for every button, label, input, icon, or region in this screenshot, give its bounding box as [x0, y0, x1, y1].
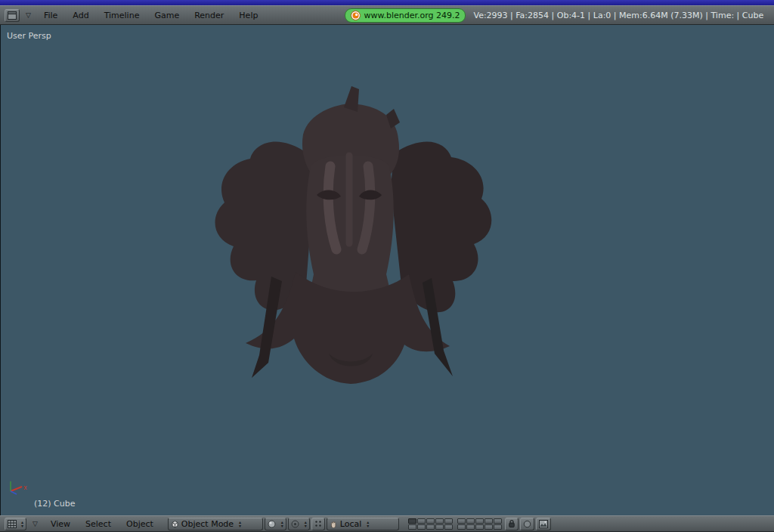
menu-select[interactable]: Select [79, 518, 118, 530]
layer-toggle[interactable] [466, 524, 475, 530]
menu-help[interactable]: Help [232, 10, 265, 21]
lock-layers-button[interactable] [505, 518, 519, 530]
layer-toggle[interactable] [485, 524, 493, 530]
manipulator-dots-icon [314, 520, 322, 527]
layer-toggle[interactable] [408, 518, 416, 524]
layer-toggle[interactable] [494, 518, 502, 524]
layer-toggle[interactable] [485, 518, 493, 524]
layer-toggle[interactable] [408, 524, 416, 530]
proportional-circle-icon [523, 520, 531, 528]
info-editor-icon [8, 11, 17, 20]
layer-toggle[interactable] [435, 524, 444, 530]
viewport-3d[interactable]: User Persp [0, 25, 774, 515]
layer-toggle[interactable] [475, 518, 484, 524]
mode-select-stepper[interactable]: ▴▾ [239, 520, 241, 527]
viewport-editor-type-button[interactable]: ▴▾ [5, 518, 26, 530]
render-image-icon [539, 520, 548, 528]
layer-toggle[interactable] [435, 518, 444, 524]
layer-toggle[interactable] [475, 524, 484, 530]
orientation-stepper[interactable]: ▴▾ [367, 520, 369, 527]
orientation-select[interactable]: Local ▴▾ [327, 518, 399, 530]
menu-add[interactable]: Add [66, 10, 95, 21]
proportional-edit-button[interactable] [520, 518, 534, 530]
object-mode-icon [171, 520, 179, 528]
mode-select[interactable]: Object Mode ▴▾ [168, 518, 263, 530]
draw-type-select[interactable]: ▴▾ [265, 518, 286, 530]
layer-toggle[interactable] [444, 518, 453, 524]
hand-manipulator-icon [330, 519, 338, 528]
svg-text:x: x [23, 484, 27, 491]
pivot-stepper[interactable]: ▴▾ [305, 520, 307, 527]
menu-game[interactable]: Game [147, 10, 186, 21]
active-object-label: (12) Cube [34, 499, 75, 509]
shading-sphere-icon [268, 520, 276, 528]
layer-toggle[interactable] [417, 518, 426, 524]
draw-type-stepper[interactable]: ▴▾ [281, 520, 283, 527]
layer-toggle[interactable] [444, 524, 453, 530]
editor-type-stepper[interactable]: ▴▾ [21, 520, 23, 527]
manipulator-toggle-button[interactable] [311, 518, 325, 530]
footer-collapse-icon[interactable]: ▽ [28, 520, 42, 527]
layer-toggle[interactable] [417, 524, 426, 530]
menu-file[interactable]: File [37, 10, 64, 21]
orientation-select-label: Local [340, 519, 362, 529]
axis-gizmo-icon: x [7, 476, 33, 496]
version-badge-text: www.blender.org 249.2 [364, 11, 460, 20]
mode-select-label: Object Mode [181, 519, 234, 529]
layer-toggle[interactable] [457, 524, 466, 530]
menu-view[interactable]: View [44, 518, 77, 530]
blender-window: ▽ File Add Timeline Game Render Help www… [0, 0, 774, 532]
window-titlebar-strip [0, 0, 774, 5]
layer-buttons-group-2 [457, 518, 502, 530]
menu-render[interactable]: Render [187, 10, 231, 21]
layer-toggle[interactable] [426, 524, 435, 530]
layer-toggle[interactable] [494, 524, 502, 530]
menu-timeline[interactable]: Timeline [98, 10, 147, 21]
version-badge: www.blender.org 249.2 [345, 8, 466, 23]
lock-icon [508, 519, 515, 528]
header-collapse-icon[interactable]: ▽ [21, 11, 36, 19]
layer-toggle[interactable] [466, 518, 475, 524]
blender-logo-icon [351, 11, 361, 20]
layer-buttons-group-1 [408, 518, 453, 530]
editor-type-button[interactable] [5, 9, 20, 22]
info-header: ▽ File Add Timeline Game Render Help www… [0, 5, 774, 25]
scene-stats: Ve:2993 | Fa:2854 | Ob:4-1 | La:0 | Mem:… [473, 11, 763, 20]
grid-3dview-icon [8, 520, 17, 528]
layer-toggle[interactable] [457, 518, 466, 524]
pivot-point-icon [291, 520, 299, 528]
view-perspective-label: User Persp [7, 31, 51, 41]
pivot-select[interactable]: ▴▾ [288, 518, 310, 530]
menu-object[interactable]: Object [119, 518, 160, 530]
model-ganesha-mesh[interactable] [196, 82, 502, 399]
viewport-header: ▴▾ ▽ View Select Object Object Mode ▴▾ ▴… [0, 515, 774, 532]
render-preview-button[interactable] [536, 518, 551, 530]
layer-toggle[interactable] [426, 518, 435, 524]
